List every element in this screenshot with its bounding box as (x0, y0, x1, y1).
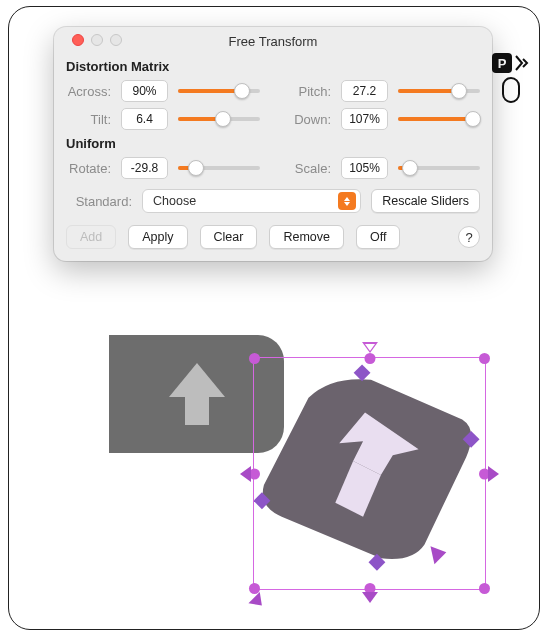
pitch-label: Pitch: (286, 84, 331, 99)
zoom-icon[interactable] (110, 34, 122, 46)
svg-rect-5 (254, 492, 270, 509)
pitch-slider[interactable] (398, 82, 480, 100)
pitch-field[interactable]: 27.2 (341, 80, 388, 102)
rotate-handle-icon[interactable] (248, 592, 267, 611)
remove-button[interactable]: Remove (269, 225, 344, 249)
original-shape (109, 335, 284, 453)
standard-selected: Choose (153, 194, 196, 208)
handle-tm[interactable] (364, 353, 375, 364)
side-pill[interactable] (502, 77, 520, 103)
rotate-slider[interactable] (178, 159, 260, 177)
rescale-sliders-button[interactable]: Rescale Sliders (371, 189, 480, 213)
down-field[interactable]: 107% (341, 108, 388, 130)
down-slider[interactable] (398, 110, 480, 128)
down-label: Down: (286, 112, 331, 127)
window-title: Free Transform (229, 34, 318, 49)
standard-select[interactable]: Choose (142, 189, 361, 213)
skew-right-icon[interactable] (488, 466, 499, 482)
free-transform-panel: Free Transform Distortion Matrix Across:… (54, 27, 492, 261)
uniform-heading: Uniform (66, 136, 480, 151)
arrow-up-icon (182, 363, 212, 425)
scale-slider[interactable] (398, 159, 480, 177)
p-badge[interactable]: P (492, 53, 512, 73)
handle-tl[interactable] (249, 353, 260, 364)
scale-field[interactable]: 105% (341, 157, 388, 179)
handle-br[interactable] (479, 583, 490, 594)
scale-label: Scale: (286, 161, 331, 176)
off-button[interactable]: Off (356, 225, 400, 249)
skew-bottom-icon[interactable] (362, 592, 378, 603)
skew-top-icon[interactable] (362, 342, 378, 353)
handle-mr[interactable] (479, 468, 490, 479)
svg-rect-2 (354, 364, 371, 381)
handle-tr[interactable] (479, 353, 490, 364)
clear-button[interactable]: Clear (200, 225, 258, 249)
tilt-slider[interactable] (178, 110, 260, 128)
handle-bm[interactable] (364, 583, 375, 594)
across-field[interactable]: 90% (121, 80, 168, 102)
close-icon[interactable] (72, 34, 84, 46)
svg-rect-4 (369, 554, 386, 571)
svg-marker-0 (339, 413, 418, 475)
selection-bounds[interactable] (253, 357, 486, 590)
chevron-updown-icon (338, 192, 356, 210)
handle-bl[interactable] (249, 583, 260, 594)
tilt-label: Tilt: (66, 112, 111, 127)
across-label: Across: (66, 84, 111, 99)
svg-marker-1 (335, 461, 381, 517)
tilt-field[interactable]: 6.4 (121, 108, 168, 130)
handle-ml[interactable] (249, 468, 260, 479)
svg-rect-3 (463, 431, 480, 448)
caret-right-icon[interactable] (515, 55, 529, 71)
apply-button[interactable]: Apply (128, 225, 187, 249)
distortion-heading: Distortion Matrix (66, 59, 480, 74)
rotate-label: Rotate: (66, 161, 111, 176)
svg-marker-6 (430, 546, 446, 564)
standard-label: Standard: (66, 194, 132, 209)
add-button: Add (66, 225, 116, 249)
transformed-shape[interactable] (254, 357, 485, 590)
skew-left-icon[interactable] (240, 466, 251, 482)
across-slider[interactable] (178, 82, 260, 100)
minimize-icon[interactable] (91, 34, 103, 46)
rotate-field[interactable]: -29.8 (121, 157, 168, 179)
help-button[interactable]: ? (458, 226, 480, 248)
